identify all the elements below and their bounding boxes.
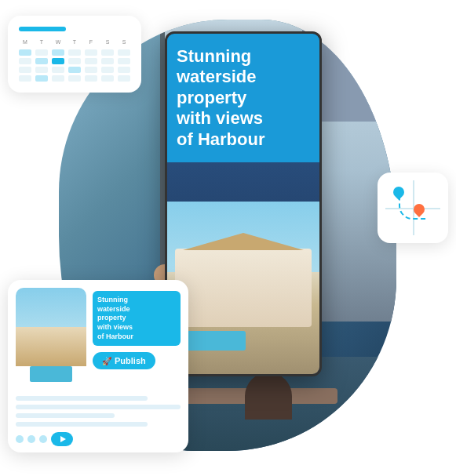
cal-cell[interactable]: [52, 58, 64, 64]
cal-row-2: [19, 58, 130, 64]
cal-cell[interactable]: [85, 67, 97, 73]
calendar-days-header: M T W T F S S: [19, 39, 130, 45]
map-inner: [385, 180, 440, 235]
cal-cell[interactable]: [52, 67, 64, 73]
rocket-icon: 🚀: [102, 357, 111, 365]
map-widget[interactable]: [378, 173, 448, 243]
cal-day-tue: T: [35, 39, 48, 45]
preview-title-box: Stunning waterside property with views o…: [93, 291, 181, 346]
preview-card: Stunning waterside property with views o…: [8, 280, 188, 452]
preview-card-top: Stunning waterside property with views o…: [8, 280, 188, 390]
publish-label: Publish: [115, 356, 146, 365]
property-house: [175, 249, 312, 327]
cal-cell[interactable]: [19, 75, 31, 82]
cal-cell[interactable]: [118, 49, 130, 56]
cal-row-3: [19, 67, 130, 73]
preview-title-l4: with views: [97, 323, 133, 331]
cal-cell[interactable]: [118, 58, 130, 64]
cal-cell[interactable]: [19, 49, 31, 56]
preview-pool: [30, 366, 72, 382]
preview-dot-3: [39, 435, 47, 443]
preview-title-l2: waterside: [97, 305, 130, 313]
signage-line1: Stunning: [177, 46, 251, 66]
calendar-grid: [19, 49, 130, 82]
preview-title-text: Stunning waterside property with views o…: [97, 296, 176, 341]
preview-sky: [16, 288, 86, 327]
signage-display: Stunning waterside property with views o…: [165, 31, 322, 376]
map-pin-origin: [393, 187, 406, 202]
calendar-header-bar: [19, 27, 66, 31]
cal-row-1: [19, 49, 130, 56]
preview-dot-2: [27, 435, 35, 443]
cal-cell[interactable]: [35, 67, 48, 73]
preview-title-l5: of Harbour: [97, 332, 133, 340]
map-pin-destination: [414, 204, 426, 220]
preview-card-text: Stunning waterside property with views o…: [93, 288, 181, 382]
signage-text-area: Stunning waterside property with views o…: [167, 34, 319, 162]
cal-cell[interactable]: [118, 67, 130, 73]
cal-cell[interactable]: [85, 49, 97, 56]
cal-cell[interactable]: [68, 67, 81, 73]
cal-cell[interactable]: [68, 58, 81, 64]
signage-inner: Stunning waterside property with views o…: [167, 34, 319, 374]
cal-cell[interactable]: [35, 58, 48, 64]
cal-day-thu: T: [68, 39, 81, 45]
preview-title-l3: property: [97, 314, 126, 322]
preview-dots-row: [16, 432, 181, 446]
publish-button[interactable]: 🚀 Publish: [93, 352, 155, 369]
cal-row-4: [19, 75, 130, 82]
preview-line-1: [16, 396, 148, 401]
cal-day-sat: S: [101, 39, 114, 45]
signage-line3: property: [177, 88, 246, 107]
signage-line5: of Harbour: [177, 129, 264, 149]
signage-title: Stunning waterside property with views o…: [177, 46, 310, 150]
calendar-widget: M T W T F S S: [8, 16, 141, 93]
cal-cell[interactable]: [101, 49, 114, 56]
cal-day-fri: F: [85, 39, 97, 45]
cal-cell[interactable]: [19, 67, 31, 73]
cal-cell[interactable]: [35, 49, 48, 56]
cal-cell[interactable]: [19, 58, 31, 64]
cal-day-mon: M: [19, 39, 31, 45]
cal-cell[interactable]: [85, 58, 97, 64]
cal-day-sun: S: [118, 39, 130, 45]
cal-cell[interactable]: [35, 75, 48, 82]
preview-play-button[interactable]: [51, 432, 73, 446]
preview-card-bottom: [8, 390, 188, 452]
cal-cell[interactable]: [68, 75, 81, 82]
cal-cell[interactable]: [52, 75, 64, 82]
cal-cell[interactable]: [52, 49, 64, 56]
preview-title-l1: Stunning: [97, 296, 128, 303]
cal-cell[interactable]: [101, 58, 114, 64]
signage-line4: with views: [177, 108, 263, 128]
preview-line-4: [16, 422, 148, 427]
preview-line-3: [16, 413, 115, 418]
map-pin-origin-body: [391, 184, 407, 200]
map-pin-destination-body: [411, 202, 427, 217]
cal-cell[interactable]: [101, 67, 114, 73]
cal-cell[interactable]: [101, 75, 114, 82]
signage-property-image: [167, 202, 319, 374]
preview-house: [16, 327, 86, 366]
cal-cell[interactable]: [68, 49, 81, 56]
play-icon: [60, 436, 66, 442]
cal-day-wed: W: [52, 39, 64, 45]
preview-line-2: [16, 405, 181, 409]
signage-line2: waterside: [177, 67, 257, 86]
preview-dot-1: [16, 435, 24, 443]
office-chair: [245, 372, 292, 420]
preview-card-image: [16, 288, 86, 382]
property-pool: [183, 331, 246, 351]
cal-cell[interactable]: [85, 75, 97, 82]
cal-cell[interactable]: [118, 75, 130, 82]
